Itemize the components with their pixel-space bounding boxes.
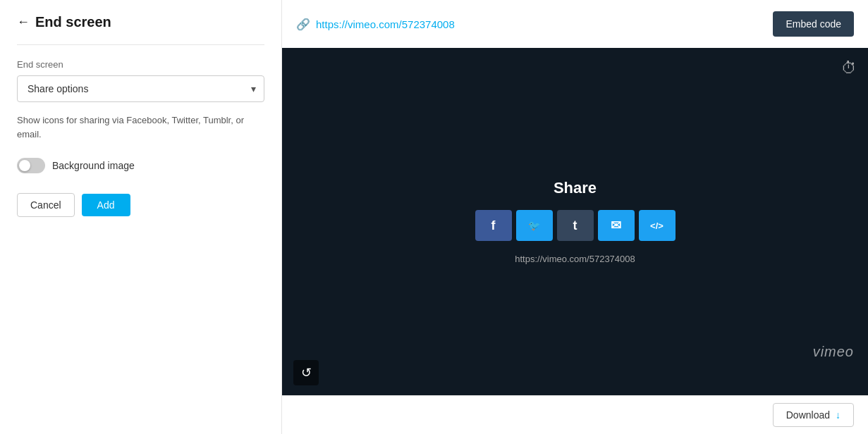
share-buttons: f 🐦 t ✉ </> xyxy=(475,210,676,241)
dropdown-wrapper: Share options Subscribe Video Link ▾ xyxy=(17,75,264,102)
panel-content: End screen Share options Subscribe Video… xyxy=(0,45,281,434)
page-title: End screen xyxy=(35,14,111,30)
bottom-bar: Download ↓ xyxy=(282,395,868,434)
description-text: Show icons for sharing via Facebook, Twi… xyxy=(17,113,264,141)
cancel-button[interactable]: Cancel xyxy=(17,193,75,217)
download-button[interactable]: Download ↓ xyxy=(773,403,854,427)
video-preview: ⏱ Share f 🐦 t ✉ </> https://vimeo.com/57… xyxy=(282,48,868,395)
link-icon: 🔗 xyxy=(296,18,310,31)
back-arrow-icon: ← xyxy=(17,15,30,30)
field-label: End screen xyxy=(17,59,264,70)
toggle-knob xyxy=(19,160,30,171)
add-button[interactable]: Add xyxy=(82,194,130,216)
top-bar: 🔗 https://vimeo.com/572374008 Embed code xyxy=(282,0,868,48)
clock-icon: ⏱ xyxy=(841,59,857,78)
embed-share-button[interactable]: </> xyxy=(639,210,676,241)
background-image-label: Background image xyxy=(52,160,135,171)
end-screen-dropdown[interactable]: Share options Subscribe Video Link xyxy=(17,75,264,102)
vimeo-watermark: vimeo xyxy=(813,344,854,360)
embed-code-button[interactable]: Embed code xyxy=(773,11,854,37)
background-image-toggle[interactable] xyxy=(17,158,45,173)
download-arrow-icon: ↓ xyxy=(836,409,841,421)
url-area: 🔗 https://vimeo.com/572374008 xyxy=(296,18,455,31)
share-url-text: https://vimeo.com/572374008 xyxy=(515,254,635,264)
background-image-row: Background image xyxy=(17,158,264,173)
twitter-share-button[interactable]: 🐦 xyxy=(516,210,553,241)
replay-button[interactable]: ↺ xyxy=(293,360,319,385)
toggle-track xyxy=(17,158,45,173)
email-share-button[interactable]: ✉ xyxy=(598,210,635,241)
replay-icon: ↺ xyxy=(301,365,312,380)
share-section: Share f 🐦 t ✉ </> https://vimeo.com/5723… xyxy=(475,179,676,264)
download-label: Download xyxy=(786,409,830,421)
left-panel: ← End screen End screen Share options Su… xyxy=(0,0,282,434)
back-header[interactable]: ← End screen xyxy=(0,0,281,44)
tumblr-share-button[interactable]: t xyxy=(557,210,594,241)
action-buttons: Cancel Add xyxy=(17,193,264,217)
video-url-link[interactable]: https://vimeo.com/572374008 xyxy=(316,18,455,30)
right-panel: 🔗 https://vimeo.com/572374008 Embed code… xyxy=(282,0,868,434)
share-title: Share xyxy=(554,179,597,197)
facebook-share-button[interactable]: f xyxy=(475,210,512,241)
